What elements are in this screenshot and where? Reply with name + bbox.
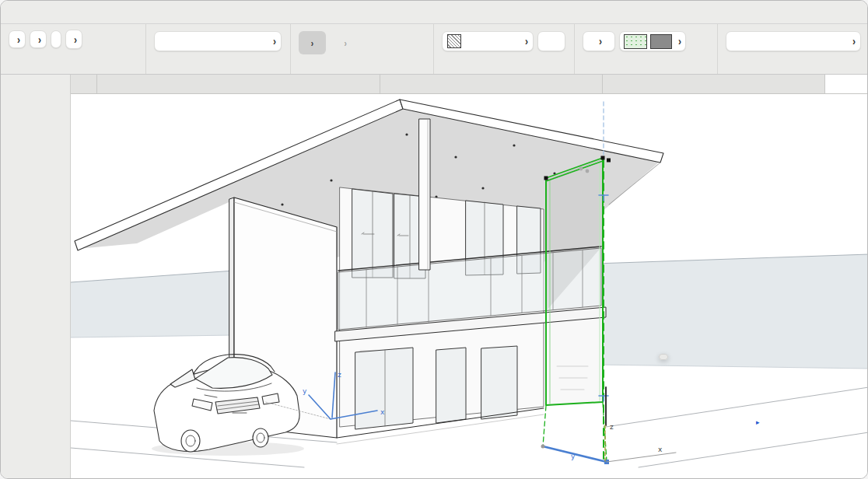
info-bar: › › › › › › — [1, 24, 868, 75]
model-canvas[interactable]: z y x — [71, 94, 868, 479]
geometry-straight-button[interactable]: › — [299, 31, 326, 54]
tracker-chevron-icon[interactable]: ▸ — [756, 417, 760, 428]
geometry-curved-button[interactable]: › — [332, 31, 359, 54]
reference-line-selector[interactable]: › — [442, 31, 534, 51]
select-elements-button[interactable]: › — [9, 30, 26, 48]
tracker-row-top-linked-story[interactable]: ▸ — [642, 417, 836, 428]
tab-action-center[interactable] — [380, 75, 603, 93]
tracker-row-height[interactable] — [642, 405, 836, 417]
magnet-button[interactable] — [51, 30, 61, 48]
arrow-tool-button[interactable]: › — [65, 30, 82, 49]
tab-axonometry[interactable] — [825, 75, 868, 93]
axis-z-label: z — [338, 371, 341, 379]
archicad-window: › › › › › › — [0, 0, 868, 479]
floorplan-display-selector[interactable]: › — [726, 31, 861, 51]
info-refline: › — [433, 24, 574, 74]
composite-swatch-gray — [650, 34, 672, 49]
geometry-trapezoid-button[interactable] — [366, 31, 393, 54]
toolbox-palette — [1, 75, 71, 479]
info-layer: › — [145, 24, 290, 74]
info-floorplan: › — [717, 24, 868, 74]
composite-selector[interactable]: › — [619, 31, 686, 51]
tab-bar — [71, 75, 868, 94]
tracker-row-to-top-linked-story[interactable] — [642, 428, 836, 440]
editing-tracker: ▸ — [642, 405, 836, 440]
base-axis-y-label: y — [571, 453, 576, 460]
info-structure: › › — [574, 24, 717, 74]
info-main: › › › — [1, 24, 145, 74]
tab-ground-floor[interactable] — [97, 75, 380, 93]
geometry-polygonal-button[interactable] — [398, 31, 425, 54]
axis-y-label: y — [303, 387, 307, 395]
layer-selector[interactable]: › — [154, 31, 282, 51]
wall-type-button[interactable]: › — [583, 31, 615, 51]
top-toolbar — [1, 1, 868, 24]
base-axis-z-label: z — [610, 423, 614, 431]
marquee-button[interactable]: › — [30, 30, 47, 48]
tab-wall-schedule[interactable] — [603, 75, 825, 93]
info-geometry: › › — [290, 24, 433, 74]
pet-palette[interactable] — [659, 354, 668, 360]
flip-button[interactable] — [537, 31, 565, 51]
composite-swatch-green — [624, 34, 647, 49]
axis-x-label: x — [380, 408, 385, 416]
base-axis-x-label: x — [658, 446, 663, 453]
tab-overview-button[interactable] — [71, 75, 97, 93]
central-post[interactable] — [419, 119, 430, 270]
refline-swatch — [447, 34, 461, 48]
